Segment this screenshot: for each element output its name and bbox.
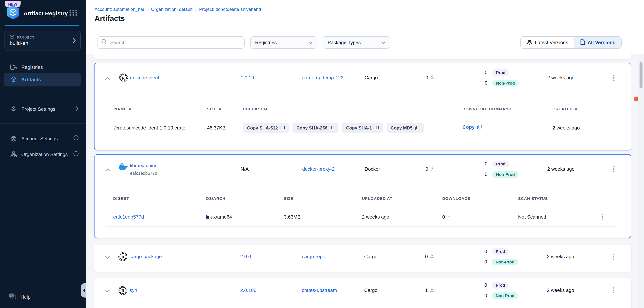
latest-versions-button[interactable]: Latest Versions xyxy=(521,37,574,48)
breadcrumb-project-link[interactable]: Project: donotdelete-shivanand xyxy=(199,7,261,12)
chevron-right-icon xyxy=(73,38,76,45)
column-header-name[interactable]: NAME xyxy=(114,106,131,111)
brand: Artifact Registry xyxy=(6,5,68,21)
digest-menu-button[interactable] xyxy=(599,213,606,222)
chevron-up-icon[interactable] xyxy=(105,167,110,173)
prod-badge: Prod xyxy=(492,282,509,288)
artifact-type: Cargo xyxy=(364,287,378,293)
nonprod-badge: Non-Prod xyxy=(492,259,518,265)
sidebar-item-account-settings[interactable]: Account Settings xyxy=(0,132,86,145)
sidebar-item-artifacts[interactable]: Artifacts xyxy=(0,73,86,86)
downloads-count: 0 xyxy=(426,75,428,81)
copy-sha512-button[interactable]: Copy SHA-512 xyxy=(243,123,289,133)
registries-filter-select[interactable]: Registries xyxy=(250,36,317,49)
app-grid-icon[interactable] xyxy=(70,10,78,16)
copy-icon xyxy=(415,125,420,130)
project-label: PROJECT xyxy=(17,35,35,39)
chevron-down-icon[interactable] xyxy=(104,254,110,261)
info-icon xyxy=(73,151,79,158)
folder-registry-icon xyxy=(10,64,17,70)
artifact-name-link[interactable]: syn xyxy=(130,287,137,293)
copy-icon xyxy=(477,125,482,129)
chevron-up-icon[interactable] xyxy=(105,75,110,82)
breadcrumb-account-link[interactable]: Account: automation_har xyxy=(94,7,144,12)
prod-count: 0 xyxy=(478,70,488,76)
row-menu-button[interactable] xyxy=(610,73,618,82)
artifact-name-link[interactable]: library/alpine xyxy=(130,163,158,169)
image-size: 3.63MB xyxy=(284,214,301,220)
project-selector[interactable]: PROJECT build-en xyxy=(4,31,81,51)
artifact-registry-link[interactable]: cargo-repo xyxy=(302,254,325,260)
scrollbar-thumb[interactable] xyxy=(640,62,642,88)
sidebar-collapse-handle[interactable] xyxy=(81,283,86,297)
artifact-version-link[interactable]: 2.0.0 xyxy=(240,254,251,260)
file-created: 2 weeks ago xyxy=(552,125,580,131)
gear-icon: ⚙ xyxy=(10,106,17,112)
artifact-registry-link[interactable]: docker-proxy-2 xyxy=(302,166,334,172)
artifact-version-link[interactable]: 1.0.19 xyxy=(240,75,254,81)
copy-icon xyxy=(330,125,334,130)
rust-cargo-icon: R xyxy=(118,73,128,84)
search-input[interactable] xyxy=(110,39,240,46)
all-versions-label: All Versions xyxy=(588,40,616,45)
svg-text:R: R xyxy=(122,288,124,293)
artifact-registry-link[interactable]: cargo-up-temp-123 xyxy=(302,75,344,81)
row-menu-button[interactable] xyxy=(610,286,617,295)
artifact-updated: 2 weeks ago xyxy=(547,166,574,172)
breadcrumb-separator: › xyxy=(147,7,148,12)
row-menu-button[interactable] xyxy=(610,252,617,261)
info-icon xyxy=(73,135,79,142)
column-header-created[interactable]: CREATED xyxy=(552,106,577,111)
artifact-registry-app: NEW Artifact Registry xyxy=(0,0,644,308)
row-menu-button[interactable] xyxy=(610,165,618,174)
artifact-name-link[interactable]: unicode-ident xyxy=(130,75,159,81)
artifact-downloads: 0 xyxy=(425,254,434,260)
chevron-down-icon[interactable] xyxy=(104,288,110,294)
package-types-filter-label: Package Types xyxy=(328,40,361,45)
artifact-version: N/A xyxy=(240,166,248,172)
nonprod-count: 0 xyxy=(478,80,488,86)
chevron-down-icon xyxy=(382,40,386,45)
package-types-filter-select[interactable]: Package Types xyxy=(323,36,390,49)
copy-sha1-button[interactable]: Copy SHA-1 xyxy=(342,123,383,133)
docker-icon xyxy=(118,163,128,173)
all-versions-button[interactable]: All Versions xyxy=(574,37,622,48)
artifact-registry-link[interactable]: crates-upstream xyxy=(302,287,337,293)
breadcrumb-org-link[interactable]: Organization: default xyxy=(151,7,192,12)
artifact-downloads: 0 xyxy=(426,166,434,172)
versions-toggle: Latest Versions All Versions xyxy=(520,36,622,49)
sidebar-item-organization-settings[interactable]: Organization Settings xyxy=(0,148,86,161)
artifact-card-syn: R syn 2.0.106 crates-upstream Cargo 1 0 … xyxy=(94,278,631,308)
help-button[interactable]: ? Help xyxy=(9,293,31,301)
sidebar-item-label: Artifacts xyxy=(21,77,41,82)
copy-download-command-button[interactable]: Copy xyxy=(462,124,482,130)
digest-link[interactable]: eafc1edb577d xyxy=(113,214,144,220)
artifact-updated: 2 weeks ago xyxy=(547,287,574,293)
search-box xyxy=(97,36,245,49)
prod-badge: Prod xyxy=(492,69,509,76)
feedback-notch[interactable] xyxy=(634,97,638,101)
artifact-version-link[interactable]: 2.0.106 xyxy=(240,287,256,293)
copy-sha256-button[interactable]: Copy SHA-256 xyxy=(292,123,338,133)
download-icon xyxy=(430,166,434,172)
layers-icon xyxy=(527,39,532,46)
help-chat-icon: ? xyxy=(9,293,16,301)
artifact-digest-short: eafc1edb577d xyxy=(130,170,157,176)
download-icon xyxy=(430,287,434,293)
scrollbar-track[interactable] xyxy=(638,54,644,308)
column-header-size[interactable]: SIZE xyxy=(207,106,221,111)
svg-text:?: ? xyxy=(11,294,12,297)
sidebar-item-project-settings[interactable]: ⚙ Project Settings xyxy=(0,103,86,115)
artifact-name-link[interactable]: cargo-package xyxy=(130,254,162,260)
breadcrumb-separator: › xyxy=(195,7,196,12)
artifact-updated: 2 weeks ago xyxy=(547,75,574,81)
downloads-count: 0 xyxy=(426,166,428,172)
sidebar-item-registries[interactable]: Registries xyxy=(0,61,86,73)
org-chart-icon xyxy=(10,151,17,157)
chevron-down-icon xyxy=(308,40,312,45)
artifact-type: Cargo xyxy=(364,75,378,81)
nonprod-count: 0 xyxy=(478,259,487,265)
artifact-downloads: 1 xyxy=(425,287,434,293)
table-divider xyxy=(106,137,616,137)
copy-md5-button[interactable]: Copy MD5 xyxy=(386,123,424,133)
